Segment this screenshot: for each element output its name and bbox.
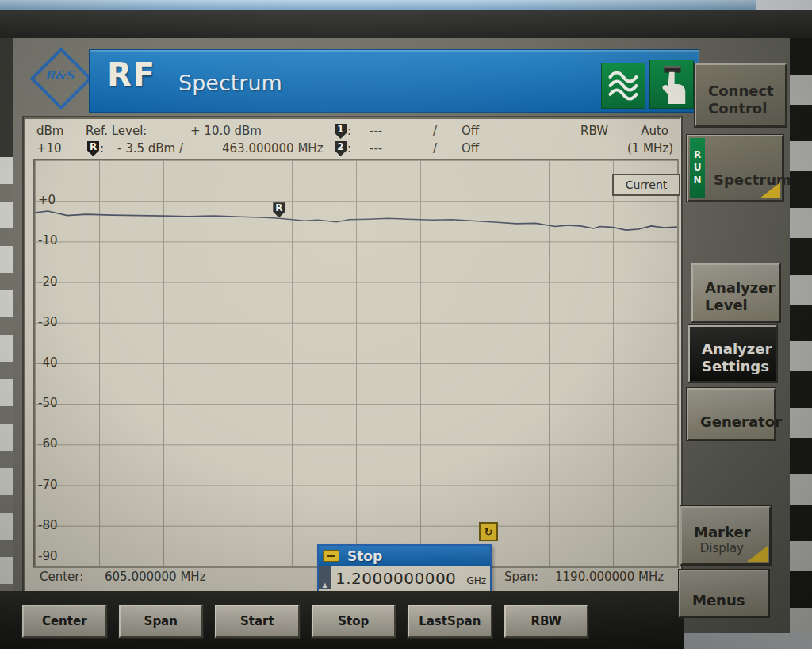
softkey-spectrum[interactable]: RUN Spectrum [687, 135, 783, 202]
app-label: RF [107, 56, 156, 93]
ref-marker-freq: 463.000000 MHz [222, 141, 324, 156]
trace-label-badge: Current [612, 174, 680, 196]
softkey-center[interactable]: Center [22, 605, 107, 638]
marker2-value: --- [370, 141, 382, 156]
housing-top-shadow [0, 10, 812, 40]
y-axis-label: -50 [38, 396, 58, 410]
popup-title-bar[interactable]: Stop [319, 546, 490, 566]
marker2-state: Off [462, 141, 479, 156]
left-grip-ribs [0, 157, 13, 649]
stop-entry-popup: Stop ▲ 1.2000000000 GHz [317, 544, 492, 593]
rs-logo: R&S [30, 46, 89, 109]
mode-title: Spectrum [178, 71, 282, 95]
y-axis-label: -20 [38, 275, 58, 289]
continuous-sweep-icon: ↻ [479, 522, 498, 541]
waves-icon[interactable] [601, 63, 645, 109]
y-axis-label: -90 [38, 549, 58, 563]
softkey-span[interactable]: Span [119, 605, 204, 638]
ref-marker-colon: : [100, 141, 104, 156]
softkey-analyzer-level[interactable]: Analyzer Level [691, 263, 780, 322]
span-value: 1190.000000 MHz [555, 570, 664, 584]
marker2-flag-icon: 2 [335, 141, 347, 156]
softkey-start[interactable]: Start [215, 605, 300, 638]
bottom-key-strip: Center Span Start Stop LastSpan RBW [0, 591, 684, 649]
popup-unit: GHz [466, 570, 490, 586]
ref-level-label: Ref. Level: [86, 124, 147, 138]
softkey-lastspan[interactable]: LastSpan [408, 605, 492, 638]
y-axis-label: -60 [38, 436, 58, 451]
marker1-value: --- [370, 124, 382, 138]
softkey-marker-display[interactable]: Marker Display [680, 506, 771, 565]
title-bar: RF Spectrum [89, 49, 699, 113]
spectrum-trace-svg [35, 160, 677, 566]
ref-marker-flag-icon: R [87, 141, 99, 156]
background-corner [756, 0, 812, 10]
right-grip-ribs [790, 38, 812, 649]
instrument-front-panel: R&S RF Spectrum [0, 0, 812, 649]
ref-marker-value: - 3.5 dBm / [117, 141, 183, 156]
status-unit: dBm [36, 124, 63, 138]
rbw-label: RBW [580, 124, 608, 138]
rs-logo-text: R&S [30, 68, 89, 83]
popup-value-row: ▲ 1.2000000000 GHz [319, 566, 490, 589]
marker1-colon: : [347, 124, 351, 138]
softkey-connect-control[interactable]: Connect Control [695, 63, 787, 127]
spectrum-graph: +0-10-20-30-40-50-60-70-80-90 Current R … [33, 159, 679, 568]
softkey-generator[interactable]: Generator [687, 388, 776, 440]
y-axis-label: -70 [38, 478, 58, 492]
center-value: 605.000000 MHz [105, 570, 206, 584]
center-label: Center: [40, 570, 83, 584]
softkey-stop[interactable]: Stop [312, 605, 396, 638]
y-axis-label: -30 [38, 315, 58, 329]
softkey-rbw[interactable]: RBW [504, 605, 589, 638]
y-axis-label: +0 [38, 193, 56, 207]
ref-level-value: + 10.0 dBm [190, 124, 262, 138]
popup-title: Stop [347, 548, 382, 564]
touch-hand-icon[interactable] [649, 60, 694, 109]
bottom-softkeys: Center Span Start Stop LastSpan RBW [22, 605, 588, 638]
spin-up-icon[interactable]: ▲ [322, 581, 327, 589]
y-axis-label: -10 [38, 233, 58, 248]
y-axis-label: -40 [38, 355, 58, 370]
rbw-value: Auto [641, 124, 668, 138]
popup-spin-strip[interactable]: ▲ [319, 566, 331, 589]
rbw-detail: (1 MHz) [627, 141, 673, 156]
lcd-screen: dBm Ref. Level: + 10.0 dBm 1 : --- / Off… [24, 117, 681, 597]
marker1-state: Off [462, 124, 479, 138]
run-indicator: RUN [690, 138, 705, 198]
marker1-sep: / [433, 124, 437, 138]
marker1-flag-icon: 1 [335, 124, 347, 139]
keypad-entry-icon [323, 550, 339, 562]
softkey-menus[interactable]: Menus [679, 570, 769, 617]
header-icons [601, 60, 694, 109]
span-label: Span: [504, 570, 538, 584]
marker2-sep: / [433, 141, 437, 156]
marker2-colon: : [347, 141, 351, 156]
softkey-analyzer-settings[interactable]: Analyzer Settings [688, 325, 777, 382]
scale-top-label: +10 [36, 141, 62, 156]
popup-value-field[interactable]: 1.2000000000 [331, 569, 466, 588]
left-edge [0, 38, 13, 157]
y-axis-label: -80 [38, 518, 58, 532]
housing-top-strip [0, 0, 812, 10]
